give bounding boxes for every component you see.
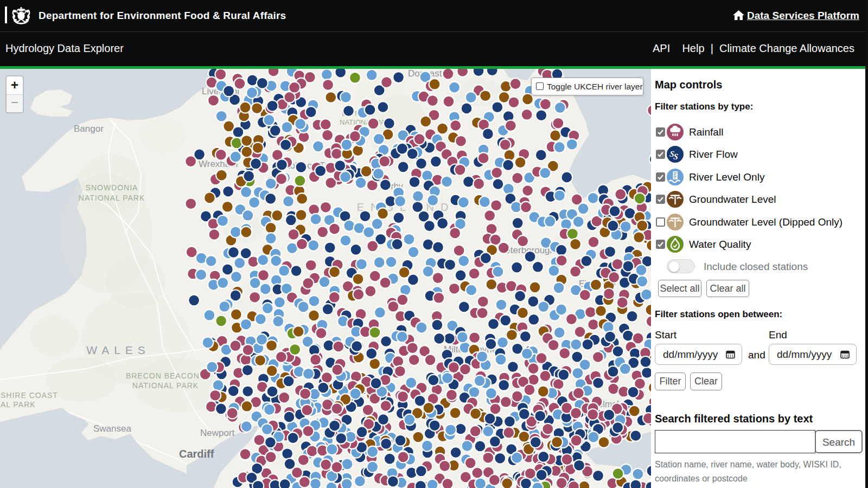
svg-text:Bangor: Bangor — [74, 124, 104, 134]
svg-text:NATIONAL PARK: NATIONAL PARK — [79, 194, 145, 202]
svg-text:Swansea: Swansea — [93, 423, 131, 434]
svg-text:SHIRE COAST: SHIRE COAST — [1, 391, 58, 400]
svg-text:S: S — [673, 151, 679, 161]
svg-text:WALES: WALES — [86, 344, 150, 356]
svg-text:SNOWDONIA: SNOWDONIA — [86, 183, 138, 192]
svg-text:Cardiff: Cardiff — [179, 448, 214, 460]
svg-text:NATIONAL PARK: NATIONAL PARK — [132, 381, 199, 390]
svg-text:BRECON BEACONS: BRECON BEACONS — [126, 371, 205, 380]
svg-text:AL PARK: AL PARK — [1, 400, 36, 409]
svg-text:Newport: Newport — [200, 428, 235, 438]
